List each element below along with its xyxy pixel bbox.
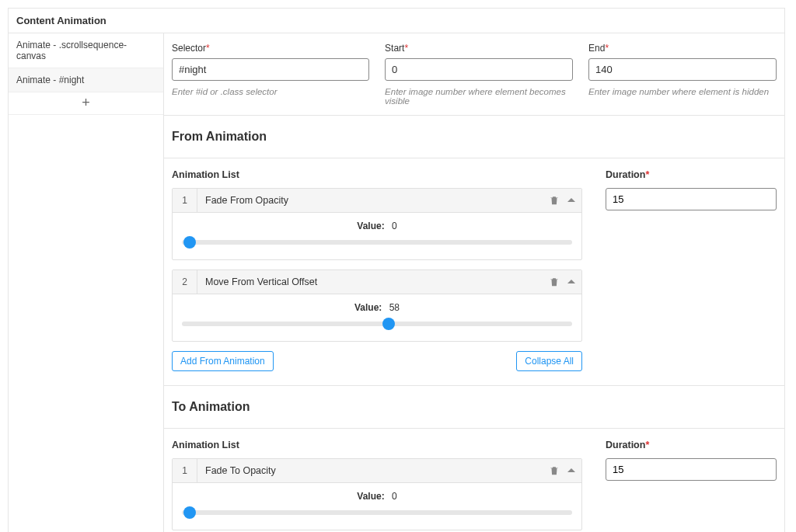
start-col: Start Enter image number where element b… (385, 43, 573, 106)
to-anim-item: 1 Fade To Opacity (172, 458, 582, 530)
collapse-up-icon[interactable] (567, 278, 575, 286)
to-animation-left: Animation List 1 Fade To Opacity (172, 440, 582, 532)
value-slider[interactable] (182, 506, 572, 519)
trash-icon[interactable] (549, 195, 560, 206)
sidebar-item-animate-scrollsequence[interactable]: Animate - .scrollsequence-canvas (9, 33, 163, 68)
to-anim-item-name: Fade To Opacity (197, 459, 549, 482)
from-animation-list-label: Animation List (172, 169, 582, 180)
from-animation-row: Animation List 1 Fade From Opacity (164, 158, 784, 386)
from-duration-col: Duration (606, 169, 777, 371)
to-duration-label: Duration (606, 440, 777, 450)
from-duration-input[interactable] (606, 188, 777, 210)
value-label: Value: (354, 302, 382, 313)
slider-thumb[interactable] (183, 236, 196, 249)
slider-thumb[interactable] (183, 506, 196, 519)
from-anim-item-num: 1 (173, 189, 197, 212)
body-row: Animate - .scrollsequence-canvas Animate… (9, 33, 784, 532)
sidebar-add-item[interactable]: + (9, 92, 163, 115)
value-label: Value: (357, 221, 384, 231)
content-animation-panel: Content Animation Animate - .scrollseque… (8, 8, 785, 532)
from-anim-item-header[interactable]: 2 Move From Vertical Offset (173, 270, 581, 294)
selector-row: Selector Enter #id or .class selector St… (164, 33, 784, 116)
start-input[interactable] (385, 58, 573, 81)
trash-icon[interactable] (549, 276, 560, 287)
to-duration-col: Duration (606, 440, 777, 532)
start-label: Start (385, 43, 573, 54)
selector-hint: Enter #id or .class selector (172, 87, 369, 96)
selector-label: Selector (172, 43, 369, 54)
to-animation-row: Animation List 1 Fade To Opacity (164, 429, 784, 532)
to-anim-item-header[interactable]: 1 Fade To Opacity (173, 459, 581, 483)
value-number: 0 (392, 491, 397, 502)
to-duration-input[interactable] (606, 458, 777, 481)
main-content: Selector Enter #id or .class selector St… (164, 33, 784, 532)
slider-thumb[interactable] (382, 318, 395, 330)
from-anim-item: 1 Fade From Opacity (172, 188, 582, 260)
value-slider[interactable] (182, 236, 572, 249)
start-hint: Enter image number where element becomes… (385, 87, 573, 106)
from-duration-label: Duration (606, 169, 777, 180)
animation-sidebar: Animate - .scrollsequence-canvas Animate… (9, 33, 164, 532)
from-anim-item-name: Move From Vertical Offset (197, 270, 549, 294)
from-anim-item: 2 Move From Vertical Offset (172, 269, 582, 342)
collapse-up-icon[interactable] (567, 467, 575, 475)
sidebar-item-animate-night[interactable]: Animate - #night (9, 68, 163, 92)
from-animation-title: From Animation (164, 116, 784, 158)
end-input[interactable] (588, 58, 777, 81)
end-label: End (588, 43, 777, 54)
from-anim-item-num: 2 (173, 270, 197, 294)
selector-col: Selector Enter #id or .class selector (172, 43, 369, 106)
trash-icon[interactable] (549, 465, 560, 476)
value-number: 58 (389, 302, 400, 313)
value-label: Value: (357, 491, 384, 502)
to-animation-title: To Animation (164, 386, 784, 429)
from-animation-left: Animation List 1 Fade From Opacity (172, 169, 582, 371)
collapse-all-from-button[interactable]: Collapse All (516, 351, 582, 371)
end-col: End Enter image number where element is … (588, 43, 777, 106)
to-animation-list-label: Animation List (172, 440, 582, 450)
to-anim-item-num: 1 (173, 459, 197, 482)
panel-title: Content Animation (9, 9, 784, 33)
from-anim-item-header[interactable]: 1 Fade From Opacity (173, 189, 581, 213)
value-number: 0 (392, 221, 397, 231)
add-from-animation-button[interactable]: Add From Animation (172, 351, 274, 371)
value-slider[interactable] (182, 318, 572, 330)
end-hint: Enter image number where element is hidd… (588, 87, 777, 96)
from-anim-item-name: Fade From Opacity (197, 189, 549, 212)
selector-input[interactable] (172, 58, 369, 81)
collapse-up-icon[interactable] (567, 196, 575, 204)
